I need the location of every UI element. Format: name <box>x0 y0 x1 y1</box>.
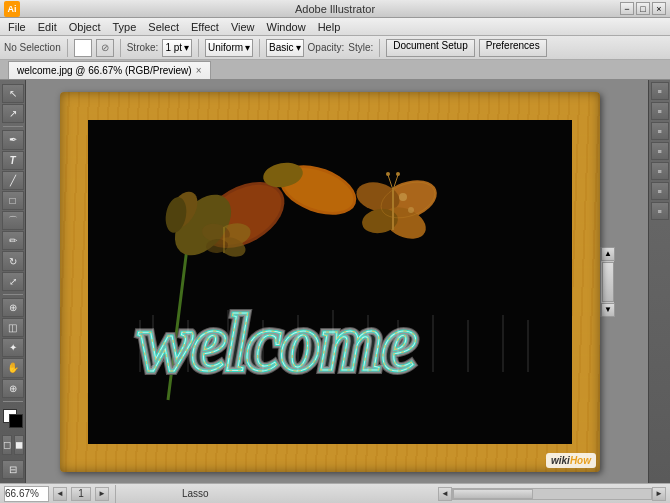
menu-bar: File Edit Object Type Select Effect View… <box>0 18 670 36</box>
tool-label: Lasso <box>182 488 209 499</box>
fill-swatch[interactable] <box>74 39 92 57</box>
svg-point-20 <box>396 172 400 176</box>
close-button[interactable]: × <box>652 2 666 15</box>
background-color[interactable] <box>9 414 23 428</box>
stroke-label: Stroke: <box>127 42 159 53</box>
main-area: ↖ ↗ ✒ T ╱ □ ⌒ ✏ ↻ ⤢ ⊕ ◫ ✦ ✋ ⊕ ◻ ◼ ⊟ <box>0 80 670 483</box>
scroll-track <box>601 261 614 303</box>
scroll-up-button[interactable]: ▲ <box>601 247 615 261</box>
tab-bar: welcome.jpg @ 66.67% (RGB/Preview) × <box>0 60 670 80</box>
menu-type[interactable]: Type <box>107 20 143 34</box>
separator-5 <box>379 39 380 57</box>
direct-selection-tool[interactable]: ↗ <box>2 104 24 123</box>
tab-close-button[interactable]: × <box>196 65 202 76</box>
menu-object[interactable]: Object <box>63 20 107 34</box>
paintbrush-tool[interactable]: ⌒ <box>2 211 24 230</box>
panel-button-6[interactable]: ≡ <box>651 182 669 200</box>
type-tool[interactable]: T <box>2 151 24 170</box>
rotate-tool[interactable]: ↻ <box>2 251 24 270</box>
style-label: Style: <box>348 42 373 53</box>
separator-3 <box>198 39 199 57</box>
maximize-button[interactable]: □ <box>636 2 650 15</box>
separator-2 <box>120 39 121 57</box>
h-scroll-thumb[interactable] <box>453 489 533 499</box>
zoom-tool[interactable]: ⊕ <box>2 379 24 398</box>
shape-tool[interactable]: □ <box>2 191 24 210</box>
prev-page-button[interactable]: ◄ <box>53 487 67 501</box>
selection-label: No Selection <box>4 42 61 53</box>
scale-tool[interactable]: ⤢ <box>2 272 24 291</box>
menu-file[interactable]: File <box>2 20 32 34</box>
scroll-thumb[interactable] <box>602 262 614 302</box>
hand-tool[interactable]: ✋ <box>2 358 24 377</box>
window-title: Adobe Illustrator <box>295 3 375 15</box>
scroll-down-button[interactable]: ▼ <box>601 303 615 317</box>
menu-window[interactable]: Window <box>261 20 312 34</box>
page-indicator: 1 <box>71 487 91 501</box>
h-scroll-track <box>452 488 652 500</box>
panel-button-4[interactable]: ≡ <box>651 142 669 160</box>
tab-filename: welcome.jpg @ 66.67% (RGB/Preview) <box>17 65 192 76</box>
line-tool[interactable]: ╱ <box>2 171 24 190</box>
wikihow-badge: wikiHow <box>546 453 596 468</box>
screen-mode[interactable]: ⊟ <box>2 460 24 479</box>
zoom-input[interactable] <box>4 486 49 502</box>
preferences-button[interactable]: Preferences <box>479 39 547 57</box>
svg-text:welcome: welcome <box>138 297 416 388</box>
left-toolbar: ↖ ↗ ✒ T ╱ □ ⌒ ✏ ↻ ⤢ ⊕ ◫ ✦ ✋ ⊕ ◻ ◼ ⊟ <box>0 80 26 483</box>
wikihow-how-text: How <box>570 455 591 466</box>
svg-point-21 <box>399 193 407 201</box>
pen-tool[interactable]: ✒ <box>2 130 24 149</box>
eyedropper-tool[interactable]: ✦ <box>2 338 24 357</box>
canvas-area: welcome welcome welcome welcome welcome <box>26 80 648 483</box>
menu-help[interactable]: Help <box>312 20 347 34</box>
gradient-tool[interactable]: ◫ <box>2 318 24 337</box>
mask-mode[interactable]: ◼ <box>14 435 24 455</box>
selection-tool[interactable]: ↖ <box>2 84 24 103</box>
svg-point-19 <box>386 172 390 176</box>
stroke-dropdown[interactable]: 1 pt ▾ <box>162 39 192 57</box>
scroll-right-button[interactable]: ► <box>652 487 666 501</box>
app-icon: Ai <box>4 1 20 17</box>
status-sep <box>115 485 116 503</box>
options-bar: No Selection ⊘ Stroke: 1 pt ▾ Uniform ▾ … <box>0 36 670 60</box>
view-mode-buttons: ◻ ◼ <box>2 435 24 455</box>
minimize-button[interactable]: − <box>620 2 634 15</box>
panel-button-3[interactable]: ≡ <box>651 122 669 140</box>
artwork-canvas: welcome welcome welcome welcome welcome <box>88 120 572 444</box>
panel-button-2[interactable]: ≡ <box>651 102 669 120</box>
window-controls: − □ × <box>620 2 666 15</box>
tool-sep-1 <box>3 126 23 127</box>
panel-button-7[interactable]: ≡ <box>651 202 669 220</box>
panel-button-5[interactable]: ≡ <box>651 162 669 180</box>
panel-button-1[interactable]: ≡ <box>651 82 669 100</box>
wikihow-wiki-text: wiki <box>551 455 570 466</box>
pencil-tool[interactable]: ✏ <box>2 231 24 250</box>
svg-point-22 <box>408 207 414 213</box>
menu-edit[interactable]: Edit <box>32 20 63 34</box>
scroll-left-button[interactable]: ◄ <box>438 487 452 501</box>
menu-effect[interactable]: Effect <box>185 20 225 34</box>
uniform-dropdown[interactable]: Uniform ▾ <box>205 39 253 57</box>
basic-dropdown[interactable]: Basic ▾ <box>266 39 303 57</box>
horizontal-scrollbar: ◄ ► <box>438 487 666 501</box>
stroke-swatch[interactable]: ⊘ <box>96 39 114 57</box>
document-setup-button[interactable]: Document Setup <box>386 39 475 57</box>
opacity-label: Opacity: <box>308 42 345 53</box>
normal-mode[interactable]: ◻ <box>2 435 12 455</box>
separator-4 <box>259 39 260 57</box>
menu-view[interactable]: View <box>225 20 261 34</box>
separator-1 <box>67 39 68 57</box>
next-page-button[interactable]: ► <box>95 487 109 501</box>
right-panel: ≡ ≡ ≡ ≡ ≡ ≡ ≡ <box>648 80 670 483</box>
tool-sep-3 <box>3 401 23 402</box>
tool-sep-2 <box>3 294 23 295</box>
color-swatches <box>3 409 23 428</box>
title-bar-left: Ai <box>4 1 20 17</box>
vertical-scrollbar: ▲ ▼ <box>600 247 614 317</box>
artwork-svg: welcome welcome welcome welcome welcome <box>88 120 572 444</box>
menu-select[interactable]: Select <box>142 20 185 34</box>
blend-tool[interactable]: ⊕ <box>2 298 24 317</box>
svg-rect-0 <box>88 120 572 444</box>
document-tab[interactable]: welcome.jpg @ 66.67% (RGB/Preview) × <box>8 61 211 79</box>
